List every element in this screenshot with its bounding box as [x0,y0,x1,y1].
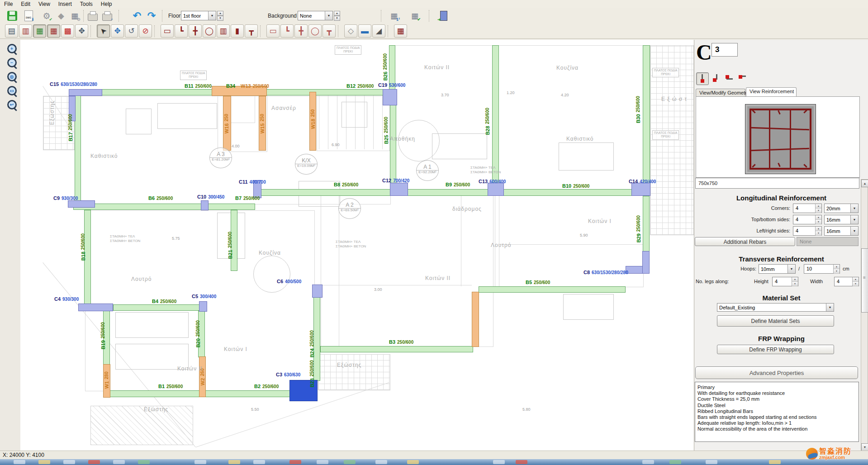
grid-members-green-button[interactable]: ▦ [33,24,46,38]
section-tee-wall-button[interactable]: ┳ [245,24,258,38]
beam[interactable] [479,286,626,293]
column[interactable] [78,304,113,311]
section-bar-wall-button[interactable]: ▮ [231,24,244,38]
left-right-count-input[interactable]: 4▲▼ [793,226,822,236]
beam[interactable] [254,189,642,196]
grid-red-button[interactable]: ▩ [61,24,74,38]
advanced-properties-button[interactable]: Advanced Properties [695,366,858,379]
scroll-up-icon[interactable]: ▲ [861,180,868,187]
import-dwg-view-button[interactable]: ▤ [5,24,18,38]
column[interactable] [69,89,102,96]
menu-edit[interactable]: Edit [17,0,34,8]
legs-width-input[interactable]: 4▲▼ [834,277,859,286]
taskbar-app-button[interactable] [14,460,25,464]
section-rectangular-column-button[interactable]: ▭ [161,24,174,38]
menu-view[interactable]: View [34,0,54,8]
jacket-l-button[interactable]: ┗ [280,24,294,38]
print-preview-button[interactable]: ⌕ [100,9,114,23]
beam[interactable] [266,89,384,95]
beam[interactable] [75,95,81,204]
floor-spinner[interactable]: ▲▼ [217,11,223,21]
additional-rebars-button[interactable]: Additional Rebars [695,237,795,246]
taskbar-app-button[interactable] [344,460,356,464]
define-frp-wrapping-button[interactable]: Define FRP Wrapping [717,345,834,354]
top-bottom-count-input[interactable]: 4▲▼ [793,215,822,224]
menu-file[interactable]: File [0,0,17,8]
zoom-extents-button[interactable]: ◎ [5,70,19,83]
import-dwg-members-button[interactable]: ▥ [19,24,32,38]
beam[interactable] [73,204,255,210]
frame-3d-button[interactable]: ▦ [394,24,407,38]
windows-taskbar[interactable] [0,459,868,465]
view-3d-button[interactable]: ◆ [54,9,68,23]
column[interactable] [642,251,650,274]
section-size-list[interactable]: 750x750 [695,178,859,189]
column[interactable] [488,183,504,196]
background-spinner[interactable]: ▲▼ [334,11,340,21]
beam[interactable] [643,196,650,256]
taskbar-app-button[interactable] [253,460,265,464]
legs-height-input[interactable]: 4▲▼ [772,277,798,286]
orientation-bottom-right-button[interactable] [710,72,721,84]
beam[interactable] [320,346,473,352]
taskbar-app-button[interactable] [228,460,240,464]
column[interactable] [68,200,95,208]
beam[interactable] [105,390,291,397]
jacket-t-button[interactable]: ╋ [294,24,308,38]
menu-tools[interactable]: Tools [76,0,97,8]
grid-settings-button[interactable]: ▦⚙ [68,9,81,23]
hoops-diameter-select[interactable]: 10mm▼ [759,264,796,274]
select-tool-button[interactable]: ➤ [97,24,110,38]
column[interactable] [199,301,207,312]
material-set-select[interactable]: Default_Existing▼ [717,303,834,312]
axes-button[interactable]: ✥ [75,24,88,38]
column-number-input[interactable]: 3 [711,43,738,57]
taskbar-app-button[interactable] [138,460,150,464]
corners-count-input[interactable]: 4▲▼ [793,204,822,213]
menu-insert[interactable]: Insert [54,0,76,8]
print-button[interactable] [86,9,100,23]
taskbar-app-button[interactable] [493,460,505,464]
taskbar-app-button[interactable] [88,460,100,464]
top-bottom-diameter-select[interactable]: 16mm▼ [824,215,859,224]
renumber-button[interactable]: ▦1² [387,9,401,23]
corners-diameter-select[interactable]: 20mm▼ [824,204,859,213]
floor-plan-canvas[interactable]: C15630/1530/280/280B11250/600B34W13250/6… [20,40,694,451]
orientation-bottom-left-button[interactable] [696,72,709,85]
background-select[interactable]: None▼ [298,11,333,20]
column[interactable] [631,183,650,196]
redo-button[interactable]: ↷ [145,9,158,23]
section-l-column-button[interactable]: ┗ [175,24,188,38]
taskbar-app-button[interactable] [516,460,527,464]
jacket-circular-button[interactable]: ◯ [308,24,322,38]
orientation-top-left-button[interactable] [723,72,735,84]
apply-button[interactable]: ▦✔ [408,9,422,23]
beam[interactable] [643,45,650,185]
ramp-button[interactable]: ◢ [372,24,385,38]
taskbar-app-button[interactable] [63,460,75,464]
taskbar-app-button[interactable] [669,460,681,464]
column[interactable] [312,285,323,298]
tab-view-modify-geometry[interactable]: View/Modify Geometry [696,89,745,96]
section-circular-column-button[interactable]: ◯ [203,24,216,38]
export-dwg-button[interactable]: DWG ⬇ [22,9,35,23]
settings-button[interactable]: ⚙✔ [40,9,53,23]
wall-member[interactable] [472,292,479,347]
section-wall-button[interactable]: ▥ [217,24,230,38]
grid-members-button[interactable]: ▦ [47,24,60,38]
hoops-spacing-input[interactable]: 10▲▼ [804,264,840,274]
beam[interactable] [102,89,213,95]
undo-button[interactable]: ↶ [130,9,144,23]
taskbar-app-button[interactable] [642,460,654,464]
save-button[interactable] [5,9,19,23]
zoom-window-button[interactable]: ▭ [5,84,19,97]
beam[interactable] [113,304,200,311]
taskbar-app-button[interactable] [194,460,206,464]
define-material-sets-button[interactable]: Define Material Sets [717,315,834,327]
floor-select[interactable]: 1st floor▼ [181,11,216,20]
taskbar-app-button[interactable] [317,460,328,464]
section-t-column-button[interactable]: ╋ [189,24,202,38]
scroll-down-icon[interactable]: ▼ [861,443,868,451]
orientation-top-right-button[interactable] [737,72,749,84]
beam-button[interactable]: ▬ [358,24,371,38]
